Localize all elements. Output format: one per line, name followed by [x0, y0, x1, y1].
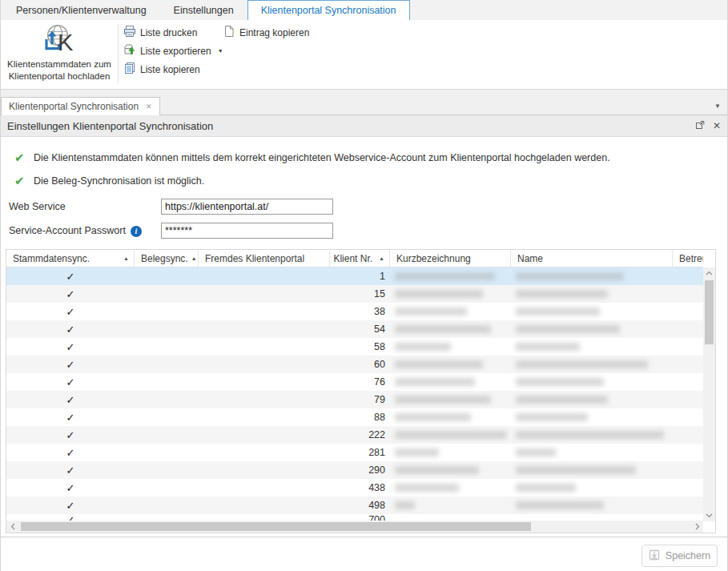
- table-row[interactable]: ✓281: [6, 444, 703, 461]
- document-tab-klientenportal-synchronisation[interactable]: Klientenportal Synchronisation ✕: [1, 97, 160, 115]
- table-cell: [199, 426, 330, 444]
- table-row[interactable]: ✓60: [6, 356, 703, 373]
- table-cell: [135, 285, 199, 303]
- table-cell: [390, 373, 511, 391]
- column-header-stammdatensync[interactable]: Stammdatensync.▲: [6, 250, 135, 267]
- globe-upload-k-icon: K: [41, 47, 78, 57]
- service-account-password-input[interactable]: [161, 223, 333, 239]
- table-row[interactable]: ✓38: [6, 303, 703, 320]
- table-cell: [135, 479, 199, 497]
- tab-einstellungen[interactable]: Einstellungen: [160, 0, 247, 20]
- redacted-text: [395, 396, 491, 404]
- table-row[interactable]: ✓79: [6, 391, 703, 408]
- table-header-row: Stammdatensync.▲ Belegsync.▲ Fremdes Kli…: [6, 250, 703, 267]
- status-message-belegsync: ✔ Die Beleg-Synchronisation ist möglich.: [1, 164, 727, 187]
- table-cell: [511, 356, 673, 373]
- svg-text:K: K: [58, 30, 74, 55]
- table-cell: 15: [330, 285, 390, 303]
- table-cell: ✓: [6, 497, 135, 514]
- liste-kopieren-label: Liste kopieren: [140, 64, 200, 75]
- table-row[interactable]: ✓498: [6, 497, 703, 514]
- tab-personen-klientenverwaltung[interactable]: Personen/Klientenverwaltung: [2, 0, 160, 20]
- liste-drucken-button[interactable]: Liste drucken: [123, 26, 223, 39]
- redacted-text: [516, 484, 576, 492]
- table-cell: ✓: [6, 356, 135, 373]
- web-service-input[interactable]: [161, 199, 333, 215]
- redacted-text: [395, 448, 439, 456]
- panel-title: Einstellungen Klientenportal Synchronisa…: [7, 120, 695, 132]
- document-tab-label: Klientenportal Synchronisation: [9, 101, 139, 112]
- panel-close-icon[interactable]: ✕: [713, 120, 721, 131]
- info-icon[interactable]: i: [131, 226, 142, 237]
- scroll-right-icon[interactable]: [691, 521, 703, 533]
- ribbon-tab-bar: Personen/Klientenverwaltung Einstellunge…: [1, 0, 727, 20]
- big-button-label-line2: Klientenportal hochladen: [1, 70, 118, 82]
- column-header-kurzbezeichnung[interactable]: Kurzbezeichnung: [390, 250, 511, 267]
- close-icon[interactable]: ✕: [146, 103, 152, 111]
- vertical-scroll-thumb[interactable]: [705, 280, 714, 344]
- horizontal-scroll-thumb[interactable]: [21, 522, 531, 531]
- scroll-up-icon[interactable]: [703, 267, 715, 279]
- table-row[interactable]: ✓76: [6, 373, 703, 391]
- table-row[interactable]: ✓1: [6, 267, 703, 285]
- popout-icon[interactable]: [695, 120, 705, 132]
- table-cell: [511, 479, 673, 497]
- table-cell: [673, 338, 703, 356]
- application-window: Personen/Klientenverwaltung Einstellunge…: [0, 0, 728, 571]
- table-row[interactable]: ✓15: [6, 285, 703, 303]
- table-row[interactable]: ✓88: [6, 408, 703, 426]
- table-cell: [390, 497, 511, 514]
- table-row[interactable]: ✓222: [6, 426, 703, 444]
- table-row[interactable]: ✓58: [6, 338, 703, 356]
- table-cell: [135, 461, 199, 479]
- vertical-scrollbar[interactable]: [703, 267, 715, 521]
- liste-exportieren-button[interactable]: Liste exportieren ▼: [123, 44, 223, 58]
- redacted-text: [516, 378, 604, 386]
- column-header-name[interactable]: Name: [511, 250, 673, 267]
- save-button[interactable]: Speichern: [642, 545, 718, 567]
- upload-client-master-data-button[interactable]: K Klientenstammdaten zum Klientenportal …: [1, 22, 118, 87]
- table-cell: [135, 356, 199, 373]
- table-cell: [390, 426, 511, 444]
- document-tab-strip: Klientenportal Synchronisation ✕ ▼: [1, 97, 727, 115]
- column-header-klient-nr[interactable]: Klient Nr.▲: [330, 250, 390, 267]
- table-cell: [199, 285, 330, 303]
- redacted-text: [516, 360, 648, 368]
- table-row[interactable]: ✓54: [6, 320, 703, 338]
- table-cell: [390, 444, 511, 461]
- table-cell: ✓: [6, 285, 135, 303]
- table-cell: 38: [330, 303, 390, 320]
- redacted-text: [516, 290, 608, 298]
- table-cell: 222: [330, 426, 390, 444]
- redacted-text: [516, 325, 620, 333]
- sort-asc-icon: ▲: [188, 255, 197, 261]
- table-cell: [511, 444, 673, 461]
- liste-kopieren-button[interactable]: Liste kopieren: [123, 62, 223, 76]
- table-cell: [390, 285, 511, 303]
- horizontal-scrollbar[interactable]: [6, 521, 703, 533]
- table-cell: [390, 461, 511, 479]
- column-header-betreuung[interactable]: Betreuu: [673, 250, 703, 267]
- tab-klientenportal-synchronisation[interactable]: Klientenportal Synchronisation: [247, 0, 410, 20]
- table-cell: [135, 338, 199, 356]
- table-cell: [135, 426, 199, 444]
- eintrag-kopieren-label: Eintrag kopieren: [239, 27, 309, 38]
- scroll-left-icon[interactable]: [6, 521, 18, 533]
- footer-bar: Speichern: [1, 537, 727, 571]
- table-row[interactable]: ✓438: [6, 479, 703, 497]
- tab-list-dropdown-icon[interactable]: ▼: [714, 103, 721, 110]
- web-service-label: Web Service: [9, 201, 131, 212]
- scroll-down-icon[interactable]: [703, 510, 715, 521]
- table-cell: [511, 408, 673, 426]
- table-cell: [135, 267, 199, 285]
- redacted-text: [395, 360, 483, 368]
- column-header-fremdes-klientenportal[interactable]: Fremdes Klientenportal: [199, 250, 330, 267]
- table-cell: 60: [330, 356, 390, 373]
- table-row[interactable]: ✓290: [6, 461, 703, 479]
- column-header-belegsync[interactable]: Belegsync.▲: [135, 250, 199, 267]
- eintrag-kopieren-button[interactable]: Eintrag kopieren: [223, 26, 309, 39]
- table-cell: 498: [330, 497, 390, 514]
- status-message-webservice: ✔ Die Klientenstammdaten können mittels …: [1, 137, 727, 164]
- table-cell: ✓: [6, 391, 135, 408]
- green-check-icon: ✔: [14, 151, 34, 163]
